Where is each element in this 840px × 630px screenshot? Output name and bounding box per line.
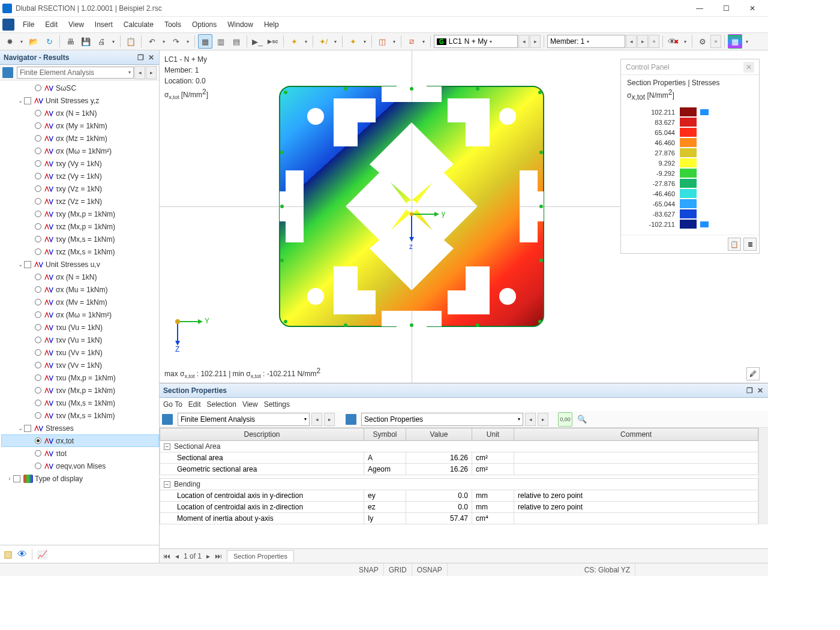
decimals-button[interactable]: 0,00 [558, 412, 572, 427]
gears-button[interactable]: ⚙ [695, 34, 710, 49]
tree-group-type-of-display[interactable]: ›Type of display [1, 472, 159, 485]
tree-item[interactable]: σx (N = 1kN) [1, 271, 159, 283]
new-button[interactable]: ✸ [2, 34, 17, 49]
search-button[interactable]: 🔍 [575, 412, 589, 427]
sp-menu-edit[interactable]: Edit [188, 400, 201, 409]
collapse-toggle[interactable]: − [164, 481, 170, 488]
checkbox[interactable] [24, 97, 31, 104]
tree-item[interactable]: σx (Mz = 1kNm) [1, 132, 159, 145]
edit-colors-button[interactable]: 🖉 [746, 367, 760, 380]
view-mode3-button[interactable]: ▤ [229, 34, 244, 49]
sp-tab[interactable]: Section Properties [227, 550, 294, 562]
checkbox[interactable] [13, 475, 20, 482]
dropdown-icon[interactable]: ▾ [420, 39, 427, 44]
tree-item[interactable]: τxy (Vz = 1kN) [1, 182, 159, 195]
tree-item[interactable]: σx (My = 1kNm) [1, 119, 159, 132]
tree-item[interactable]: τxv (Vu = 1kN) [1, 334, 159, 346]
expand-toggle[interactable]: ⌄ [17, 97, 24, 104]
table-group-row[interactable]: −Sectional Area [160, 441, 758, 452]
radio[interactable] [35, 122, 41, 129]
radio[interactable] [35, 248, 41, 255]
run-sc-button[interactable]: ▶sc [266, 34, 280, 49]
tree-item-stress[interactable]: σeqv,von Mises [1, 460, 159, 472]
radio[interactable] [35, 362, 41, 368]
select1-button[interactable]: ◫ [375, 34, 389, 49]
radio[interactable] [35, 198, 41, 205]
sp-analysis-combo[interactable]: Finite Element Analysis▾ [178, 413, 310, 426]
menu-file[interactable]: File [18, 18, 39, 31]
radio[interactable] [35, 400, 41, 406]
wand1-button[interactable]: ✦ [287, 34, 301, 49]
minimize-button[interactable]: ― [686, 0, 713, 17]
print-button[interactable]: 🖨 [94, 34, 109, 49]
more-button[interactable]: » [710, 35, 721, 48]
tree-item-sws[interactable]: SωSC [1, 82, 159, 94]
undo-button[interactable]: ↶ [145, 34, 159, 49]
more-member-button[interactable]: » [649, 35, 659, 48]
last-page-button[interactable]: ⏭ [215, 552, 222, 560]
nav-tab2-icon[interactable]: 👁 [17, 549, 27, 560]
nav-tab1-icon[interactable]: ▧ [4, 548, 13, 560]
next-member-button[interactable]: ▸ [637, 35, 648, 48]
dropdown-icon[interactable]: ▾ [391, 39, 398, 44]
dropdown-icon[interactable]: ▾ [160, 39, 167, 44]
sp-table-combo[interactable]: Section Properties▾ [361, 413, 523, 426]
run-button[interactable]: ▶_ [250, 34, 265, 49]
wand3-button[interactable]: ✦ [346, 34, 360, 49]
menu-edit[interactable]: Edit [40, 18, 62, 31]
radio[interactable] [35, 148, 41, 154]
tree-item[interactable]: τxy (Mx,p = 1kNm) [1, 208, 159, 220]
radio[interactable] [35, 286, 41, 293]
radio[interactable] [35, 450, 41, 457]
table-row[interactable]: Location of centroidal axis in z-directi… [160, 502, 758, 513]
radio[interactable] [35, 324, 41, 331]
table-row[interactable]: Geometric sectional areaAgeom16.26cm² [160, 464, 758, 475]
tree-item-stress[interactable]: τtot [1, 447, 159, 460]
table-row[interactable]: Sectional areaA16.26cm² [160, 452, 758, 464]
dropdown-icon[interactable]: ▾ [332, 39, 339, 44]
menu-calculate[interactable]: Calculate [119, 18, 158, 31]
expand-toggle[interactable]: › [6, 475, 13, 482]
tree-item[interactable]: σx (Mv = 1kNm) [1, 296, 159, 308]
vertical-scrollbar[interactable] [758, 428, 768, 524]
checkbox[interactable] [24, 425, 31, 432]
nav-next-button[interactable]: ▸ [146, 66, 157, 79]
table-group-row[interactable]: −Bending [160, 479, 758, 490]
table-row[interactable]: Location of centroidal axis in y-directi… [160, 490, 758, 502]
tree-item[interactable]: τxu (Mx,s = 1kNm) [1, 397, 159, 409]
radio[interactable] [35, 387, 41, 394]
tree-item[interactable]: τxy (Mx,s = 1kNm) [1, 233, 159, 245]
tree-item[interactable]: τxz (Vy = 1kN) [1, 170, 159, 182]
tree-item[interactable]: τxz (Vz = 1kN) [1, 195, 159, 208]
dropdown-icon[interactable]: ▾ [302, 39, 310, 44]
tree-item[interactable]: σx (N = 1kN) [1, 107, 159, 119]
prev-loadcase-button[interactable]: ◂ [518, 35, 529, 48]
filter-off-button[interactable]: 👁✖ [666, 34, 680, 49]
menu-help[interactable]: Help [259, 18, 284, 31]
tree-item[interactable]: τxu (Vv = 1kN) [1, 346, 159, 359]
tree-item[interactable]: τxu (Vu = 1kN) [1, 321, 159, 334]
tree-item[interactable]: τxv (Mx,s = 1kNm) [1, 409, 159, 422]
sp-menu-goto[interactable]: Go To [163, 400, 182, 409]
sp-menu-selection[interactable]: Selection [207, 400, 236, 409]
radio[interactable] [35, 236, 41, 242]
save-button[interactable]: 🖶 [63, 34, 77, 49]
control-panel-header[interactable]: Control Panel ✕ [621, 59, 759, 75]
tree-item[interactable]: τxv (Vv = 1kN) [1, 359, 159, 371]
radio[interactable] [35, 85, 41, 91]
viewport[interactable]: LC1 - N + My Member: 1 Location: 0.0 σx,… [160, 50, 768, 383]
navigator-tree[interactable]: SωSC⌄Unit Stresses y,zσx (N = 1kN)σx (My… [0, 80, 159, 545]
expand-toggle[interactable]: ⌄ [17, 425, 24, 431]
menu-insert[interactable]: Insert [90, 18, 118, 31]
app-menu-icon[interactable] [2, 19, 14, 31]
radio[interactable] [35, 211, 41, 217]
radio[interactable] [35, 311, 41, 318]
undock-button[interactable]: ❐ [136, 53, 145, 62]
select2-button[interactable]: ⧄ [404, 34, 419, 49]
menu-window[interactable]: Window [223, 18, 258, 31]
status-snap[interactable]: SNAP [354, 563, 384, 576]
loadcase-combo[interactable]: G LC1 N + My ▾ [434, 35, 518, 48]
table-row[interactable]: Moment of inertia about y-axisIy57.47cm⁴ [160, 513, 758, 524]
nav-prev-button[interactable]: ◂ [134, 66, 145, 79]
close-button[interactable]: ✕ [739, 0, 766, 17]
